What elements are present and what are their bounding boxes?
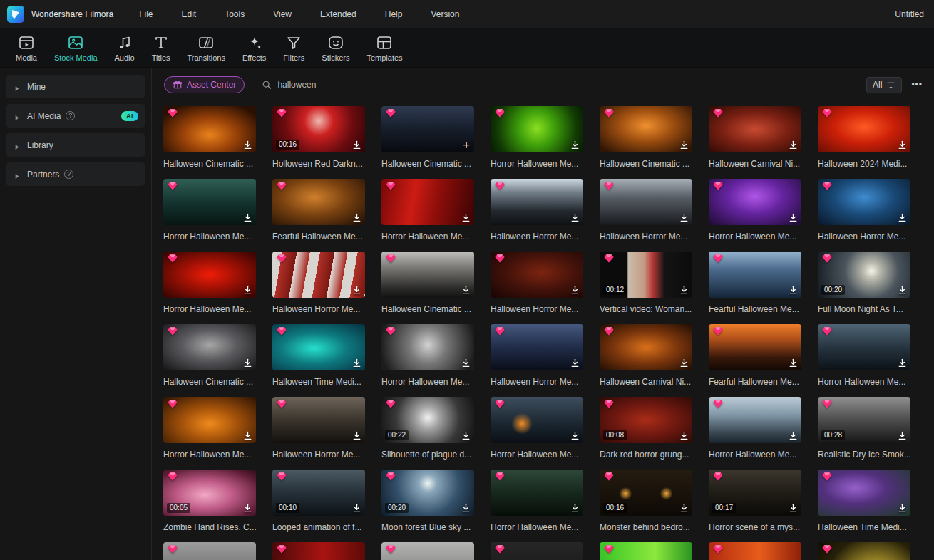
sidebar-item-partners[interactable]: Partners ? — [6, 162, 145, 186]
thumbnail[interactable] — [163, 106, 256, 152]
thumbnail[interactable]: 00:28 — [818, 397, 910, 443]
tab-audio[interactable]: Audio — [106, 28, 143, 67]
thumbnail[interactable] — [709, 106, 801, 152]
search-input[interactable] — [277, 80, 406, 90]
download-icon[interactable] — [788, 285, 799, 296]
thumbnail[interactable] — [491, 542, 583, 560]
menu-view[interactable]: View — [273, 9, 292, 19]
thumbnail[interactable] — [163, 179, 256, 225]
thumbnail[interactable] — [491, 470, 583, 516]
thumbnail[interactable] — [600, 542, 692, 560]
thumbnail[interactable]: 00:20 — [818, 252, 910, 298]
thumbnail[interactable] — [600, 324, 692, 370]
download-icon[interactable] — [570, 285, 580, 296]
download-icon[interactable] — [570, 140, 580, 150]
thumbnail[interactable] — [709, 179, 801, 225]
thumbnail[interactable] — [272, 397, 365, 443]
download-icon[interactable] — [788, 503, 799, 514]
download-icon[interactable] — [242, 140, 253, 150]
download-icon[interactable] — [461, 503, 471, 514]
thumbnail[interactable] — [272, 179, 365, 225]
thumbnail[interactable]: 00:17 — [709, 470, 801, 516]
download-icon[interactable] — [679, 140, 689, 150]
more-options-button[interactable]: ••• — [911, 80, 923, 90]
tab-titles[interactable]: Titles — [143, 28, 179, 67]
thumbnail[interactable] — [163, 324, 256, 370]
thumbnail[interactable] — [600, 179, 692, 225]
tab-templates[interactable]: Templates — [358, 28, 411, 67]
download-icon[interactable] — [897, 430, 908, 441]
thumbnail[interactable]: 00:08 — [600, 397, 692, 443]
download-icon[interactable] — [897, 140, 908, 150]
download-icon[interactable] — [679, 212, 689, 223]
thumbnail[interactable] — [491, 397, 583, 443]
download-icon[interactable] — [242, 358, 253, 368]
menu-tools[interactable]: Tools — [225, 9, 245, 19]
tab-transitions[interactable]: Transitions — [179, 28, 234, 67]
download-icon[interactable] — [897, 503, 908, 514]
menu-help[interactable]: Help — [385, 9, 403, 19]
thumbnail[interactable]: 00:22 — [381, 397, 474, 443]
sidebar-item-library[interactable]: Library — [6, 133, 145, 157]
thumbnail[interactable] — [818, 470, 910, 516]
download-icon[interactable] — [242, 430, 253, 441]
download-icon[interactable] — [679, 503, 689, 514]
download-icon[interactable] — [351, 212, 362, 223]
thumbnail[interactable]: 00:16 — [272, 106, 365, 152]
thumbnail[interactable] — [709, 542, 801, 560]
download-icon[interactable] — [570, 503, 580, 514]
download-icon[interactable] — [570, 358, 580, 368]
download-icon[interactable] — [897, 285, 908, 296]
thumbnail[interactable] — [491, 106, 583, 152]
download-icon[interactable] — [351, 503, 362, 514]
download-icon[interactable] — [679, 358, 689, 368]
download-icon[interactable] — [242, 212, 253, 223]
download-icon[interactable] — [897, 212, 908, 223]
thumbnail[interactable] — [709, 397, 801, 443]
thumbnail[interactable]: 00:12 — [600, 252, 692, 298]
download-icon[interactable] — [897, 358, 908, 368]
thumbnail[interactable] — [272, 252, 365, 298]
download-icon[interactable] — [788, 430, 799, 441]
thumbnail[interactable] — [381, 542, 474, 560]
download-icon[interactable] — [351, 358, 362, 368]
thumbnail[interactable]: 00:05 — [163, 470, 256, 516]
thumbnail[interactable] — [600, 106, 692, 152]
thumbnail[interactable] — [381, 179, 474, 225]
sidebar-item-mine[interactable]: Mine — [6, 75, 145, 98]
thumbnail[interactable] — [163, 397, 256, 443]
menu-extended[interactable]: Extended — [320, 9, 356, 19]
download-icon[interactable] — [461, 358, 471, 368]
tab-filters[interactable]: Filters — [274, 28, 313, 67]
download-icon[interactable] — [461, 430, 471, 441]
thumbnail[interactable]: 00:16 — [600, 470, 692, 516]
tab-media[interactable]: Media — [7, 28, 46, 67]
download-icon[interactable] — [788, 140, 799, 150]
download-icon[interactable] — [679, 285, 689, 296]
thumbnail[interactable]: 00:20 — [381, 470, 474, 516]
thumbnail[interactable] — [381, 252, 474, 298]
thumbnail[interactable] — [491, 179, 583, 225]
add-icon[interactable]: + — [463, 138, 470, 152]
download-icon[interactable] — [242, 285, 253, 296]
thumbnail[interactable] — [163, 542, 256, 560]
thumbnail[interactable]: + — [381, 106, 474, 152]
download-icon[interactable] — [679, 430, 689, 441]
thumbnail[interactable] — [709, 324, 801, 370]
tab-stickers[interactable]: Stickers — [313, 28, 358, 67]
menu-version[interactable]: Version — [431, 9, 459, 19]
thumbnail[interactable] — [709, 252, 801, 298]
download-icon[interactable] — [351, 430, 362, 441]
thumbnail[interactable] — [272, 542, 365, 560]
download-icon[interactable] — [351, 285, 362, 296]
thumbnail[interactable] — [491, 324, 583, 370]
thumbnail[interactable] — [491, 252, 583, 298]
download-icon[interactable] — [461, 212, 471, 223]
download-icon[interactable] — [351, 140, 362, 150]
thumbnail[interactable] — [818, 542, 910, 560]
thumbnail[interactable] — [272, 324, 365, 370]
thumbnail[interactable] — [818, 324, 910, 370]
filter-all-button[interactable]: All — [866, 77, 902, 93]
sidebar-item-ai-media[interactable]: AI Media ? AI — [6, 104, 145, 128]
thumbnail[interactable] — [163, 252, 256, 298]
